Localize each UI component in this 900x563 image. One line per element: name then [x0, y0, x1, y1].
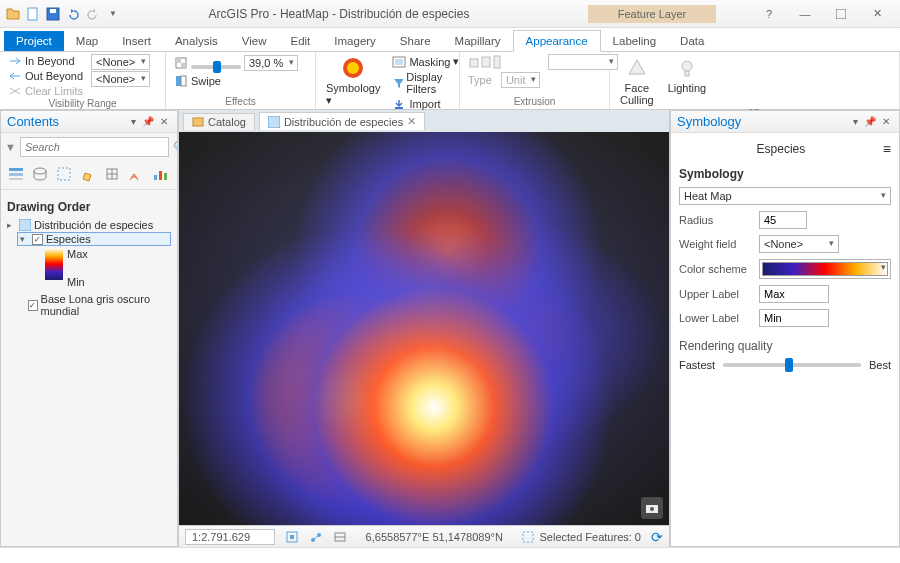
st-icon-1[interactable] [285, 530, 299, 544]
ribbon: In Beyond Out Beyond Clear Limits <None>… [0, 52, 900, 110]
color-scheme-combo[interactable] [759, 259, 891, 279]
in-beyond-button[interactable]: In Beyond [6, 54, 85, 68]
svg-rect-14 [470, 59, 478, 67]
close-button[interactable]: ✕ [860, 4, 894, 24]
extrusion-type-row: Type Unit [466, 71, 542, 89]
layer-checkbox[interactable]: ✓ [32, 234, 43, 245]
lower-label-input[interactable] [759, 309, 829, 327]
list-by-editing-icon[interactable] [79, 165, 99, 185]
lighting-button[interactable]: Lighting [664, 54, 711, 108]
layer-checkbox[interactable]: ✓ [28, 300, 38, 311]
tab-labeling[interactable]: Labeling [601, 31, 668, 51]
svg-rect-21 [9, 173, 23, 176]
upper-label-input[interactable] [759, 285, 829, 303]
svg-rect-7 [176, 76, 181, 86]
radius-input[interactable] [759, 211, 807, 229]
close-icon[interactable]: ✕ [879, 116, 893, 127]
masking-button[interactable]: Masking ▾ [390, 54, 461, 69]
face-culling-button[interactable]: Face Culling [616, 54, 658, 108]
refresh-icon[interactable]: ⟳ [651, 529, 663, 545]
list-by-drawing-icon[interactable] [7, 165, 27, 185]
filter-icon[interactable]: ▼ [5, 141, 16, 153]
qat-dropdown-icon[interactable]: ▼ [104, 5, 122, 23]
transparency-value[interactable]: 39,0 % [244, 55, 298, 71]
clear-limits-button[interactable]: Clear Limits [6, 84, 85, 98]
tab-imagery[interactable]: Imagery [322, 31, 388, 51]
selected-features-label[interactable]: Selected Features: 0 [521, 530, 641, 544]
list-by-labeling-icon[interactable] [127, 165, 147, 185]
svg-point-35 [650, 507, 654, 511]
tab-map[interactable]: Map [64, 31, 110, 51]
extrusion-field-combo[interactable] [548, 54, 618, 70]
layer-name-label: Especies [46, 233, 91, 245]
rendering-quality-slider[interactable] [723, 363, 861, 367]
snapshot-icon[interactable] [641, 497, 663, 519]
svg-rect-20 [9, 168, 23, 171]
import-button[interactable]: Import [390, 97, 461, 111]
save-icon[interactable] [44, 5, 62, 23]
layer-basemap[interactable]: ✓ Base Lona gris oscuro mundial [17, 292, 171, 318]
swipe-button[interactable]: Swipe [172, 73, 300, 89]
context-tab-area: Feature Layer [552, 5, 752, 23]
rendering-quality-header: Rendering quality [679, 339, 891, 353]
tab-view[interactable]: View [230, 31, 279, 51]
type-label: Type [468, 74, 492, 86]
min-label: Min [67, 276, 88, 288]
footer [0, 547, 900, 563]
help-button[interactable]: ? [752, 4, 786, 24]
tab-mapillary[interactable]: Mapillary [443, 31, 513, 51]
map-tab-active[interactable]: Distribución de especies✕ [259, 112, 425, 130]
svg-point-23 [34, 168, 46, 174]
svg-point-18 [682, 61, 692, 71]
st-icon-2[interactable] [309, 530, 323, 544]
transparency-slider[interactable] [191, 65, 241, 69]
close-icon[interactable]: ✕ [157, 116, 171, 127]
import-label: Import [409, 98, 440, 110]
upper-label-label: Upper Label [679, 288, 751, 300]
toc-view-tabs [1, 161, 177, 190]
list-by-snapping-icon[interactable] [103, 165, 123, 185]
list-by-chart-icon[interactable] [151, 165, 171, 185]
catalog-tab[interactable]: Catalog [183, 113, 255, 130]
menu-icon[interactable]: ≡ [883, 141, 891, 157]
pin-icon[interactable]: 📌 [861, 116, 879, 127]
out-beyond-combo[interactable]: <None> [91, 71, 150, 87]
layer-especies[interactable]: ▾ ✓ Especies [17, 232, 171, 246]
renderer-combo[interactable]: Heat Map [679, 187, 891, 205]
tab-insert[interactable]: Insert [110, 31, 163, 51]
tab-data[interactable]: Data [668, 31, 716, 51]
maximize-button[interactable] [824, 4, 858, 24]
list-by-selection-icon[interactable] [55, 165, 75, 185]
extrusion-unit-combo[interactable]: Unit [501, 72, 541, 88]
svg-rect-29 [159, 171, 162, 180]
display-filters-button[interactable]: Display Filters [390, 70, 461, 96]
pin-icon[interactable]: 📌 [139, 116, 157, 127]
map-tab-label: Distribución de especies [284, 116, 403, 128]
redo-icon[interactable] [84, 5, 102, 23]
swipe-label: Swipe [191, 75, 221, 87]
in-beyond-combo[interactable]: <None> [91, 54, 150, 70]
close-tab-icon[interactable]: ✕ [407, 115, 416, 128]
tab-share[interactable]: Share [388, 31, 443, 51]
list-by-source-icon[interactable] [31, 165, 51, 185]
out-beyond-button[interactable]: Out Beyond [6, 69, 85, 83]
map-canvas[interactable] [179, 132, 669, 525]
map-frame-row[interactable]: ▸ Distribución de especies [7, 218, 171, 232]
weight-field-combo[interactable]: <None> [759, 235, 839, 253]
undo-icon[interactable] [64, 5, 82, 23]
dropdown-icon[interactable]: ▾ [850, 116, 861, 127]
open-icon[interactable] [4, 5, 22, 23]
minimize-button[interactable]: — [788, 4, 822, 24]
tab-project[interactable]: Project [4, 31, 64, 51]
catalog-tab-label: Catalog [208, 116, 246, 128]
scale-combo[interactable]: 1:2.791.629 [185, 529, 275, 545]
search-input[interactable] [20, 137, 169, 157]
symbology-button[interactable]: Symbology ▾ [322, 54, 384, 111]
dropdown-icon[interactable]: ▾ [128, 116, 139, 127]
tab-appearance[interactable]: Appearance [513, 30, 601, 52]
symbology-layer-name: Especies [679, 142, 883, 156]
tab-edit[interactable]: Edit [278, 31, 322, 51]
new-icon[interactable] [24, 5, 42, 23]
tab-analysis[interactable]: Analysis [163, 31, 230, 51]
st-icon-3[interactable] [333, 530, 347, 544]
